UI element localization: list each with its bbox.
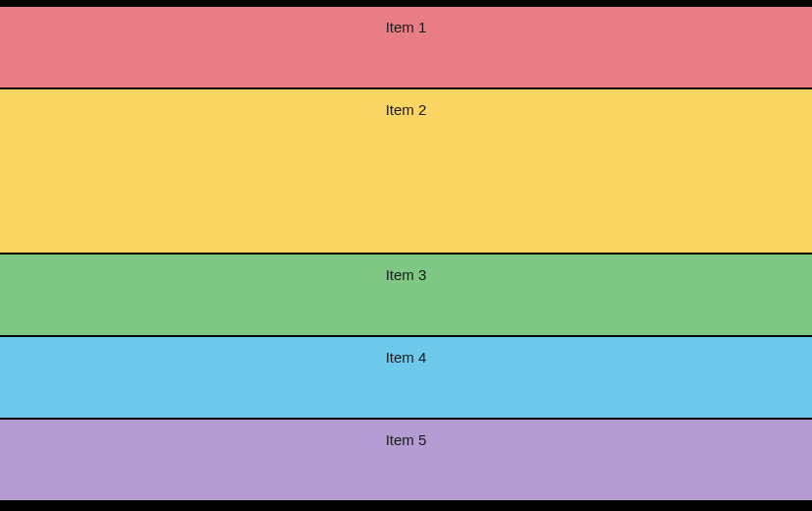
list-item: Item 4 xyxy=(0,337,812,418)
list-item: Item 1 xyxy=(0,7,812,87)
list-item-label: Item 3 xyxy=(386,266,427,283)
list-item-label: Item 4 xyxy=(386,349,427,366)
list-item: Item 2 xyxy=(0,89,812,253)
list-item: Item 3 xyxy=(0,255,812,335)
list-item: Item 5 xyxy=(0,420,812,500)
list-item-label: Item 2 xyxy=(386,101,427,118)
list-item-label: Item 5 xyxy=(386,431,427,448)
list-item-label: Item 1 xyxy=(386,19,427,35)
